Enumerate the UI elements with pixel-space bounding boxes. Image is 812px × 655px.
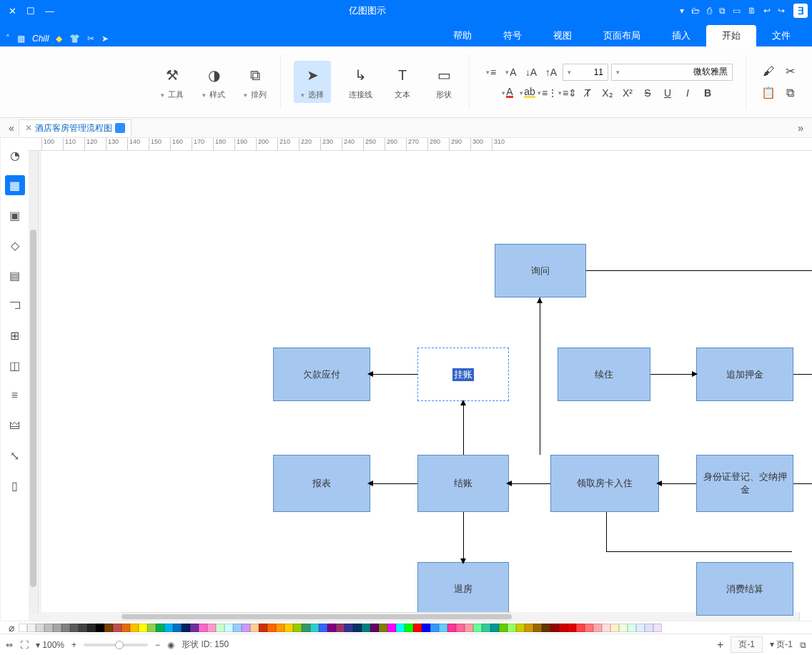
scrollbar-horizontal[interactable] bbox=[122, 612, 512, 621]
color-swatch[interactable] bbox=[447, 624, 456, 632]
color-swatch[interactable] bbox=[164, 624, 173, 632]
window-close[interactable]: ✕ bbox=[9, 6, 16, 16]
node-chargeback[interactable]: 追加押金 bbox=[696, 348, 793, 401]
strikethrough-button[interactable]: S bbox=[639, 85, 656, 101]
color-swatch[interactable] bbox=[645, 624, 653, 632]
node-account[interactable]: 结账 bbox=[417, 455, 509, 512]
color-swatch[interactable] bbox=[242, 624, 250, 632]
page-layout-toggle[interactable]: ⧉ bbox=[800, 640, 806, 650]
font-size-select[interactable]: 11▾ bbox=[563, 64, 608, 81]
page-tab[interactable]: 页-1 bbox=[731, 636, 763, 653]
panel-expand-left[interactable]: « bbox=[793, 122, 808, 134]
rail-chart-icon[interactable]: ⫍ bbox=[5, 295, 25, 315]
decrease-font-button[interactable]: A↓ bbox=[523, 64, 540, 80]
style-button[interactable]: ◑ 样式 ▾ bbox=[202, 63, 226, 101]
bullets-button[interactable]: ⋮≡▾ bbox=[539, 85, 556, 101]
color-swatch[interactable] bbox=[559, 624, 568, 632]
node-assign[interactable]: 领取房卡入住 bbox=[550, 455, 659, 512]
text-button[interactable]: T 文本 bbox=[390, 63, 415, 101]
rail-fill-icon[interactable]: ◔ bbox=[5, 145, 25, 165]
rail-page-icon[interactable]: ▤ bbox=[5, 265, 25, 285]
color-swatch[interactable] bbox=[319, 624, 327, 632]
color-swatch[interactable] bbox=[259, 624, 267, 632]
color-swatch[interactable] bbox=[27, 624, 36, 632]
menu-file[interactable]: 文件 bbox=[756, 25, 806, 46]
color-swatch[interactable] bbox=[147, 624, 156, 632]
color-swatch[interactable] bbox=[387, 624, 396, 632]
color-swatch[interactable] bbox=[610, 624, 619, 632]
rail-tree-icon[interactable]: 🜲 bbox=[5, 415, 25, 435]
color-swatch[interactable] bbox=[139, 624, 147, 632]
color-swatch[interactable] bbox=[233, 624, 242, 632]
color-swatch[interactable] bbox=[542, 624, 550, 632]
color-swatch[interactable] bbox=[413, 624, 422, 632]
color-swatch[interactable] bbox=[422, 624, 430, 632]
color-swatch[interactable] bbox=[156, 624, 164, 632]
color-swatch[interactable] bbox=[190, 624, 199, 632]
clear-format-button[interactable]: T̸ bbox=[579, 85, 596, 101]
color-swatch[interactable] bbox=[53, 624, 61, 632]
color-swatch[interactable] bbox=[173, 624, 182, 632]
add-page-button[interactable]: + bbox=[717, 639, 723, 651]
node-owe[interactable]: 欠款应付 bbox=[273, 348, 370, 401]
theme-icon[interactable]: 👕 bbox=[69, 34, 80, 44]
premium-icon[interactable]: ◆ bbox=[56, 34, 62, 44]
rail-grid-icon[interactable]: ◫ bbox=[5, 355, 25, 375]
zoom-slider[interactable] bbox=[84, 644, 148, 646]
color-swatch[interactable] bbox=[585, 624, 593, 632]
connector-button[interactable]: ↳ 连接线 bbox=[348, 63, 373, 101]
color-swatch[interactable] bbox=[653, 624, 662, 632]
color-swatch[interactable] bbox=[36, 624, 44, 632]
font-name-select[interactable]: 微软雅黑▾ bbox=[611, 64, 733, 81]
quick-undo[interactable]: ↪ bbox=[778, 6, 785, 16]
fill-bucket-icon[interactable]: ⌀ bbox=[4, 622, 19, 634]
vertical-align-button[interactable]: ⇕≡▾ bbox=[559, 85, 576, 101]
quick-save[interactable]: 🗎 bbox=[748, 6, 756, 16]
rail-present-icon[interactable]: ▯ bbox=[5, 476, 25, 496]
color-swatch[interactable] bbox=[207, 624, 216, 632]
color-swatch[interactable] bbox=[533, 624, 542, 632]
color-swatch[interactable] bbox=[362, 624, 370, 632]
color-swatch[interactable] bbox=[284, 624, 293, 632]
color-swatch[interactable] bbox=[104, 624, 113, 632]
color-swatch[interactable] bbox=[405, 624, 413, 632]
node-consume[interactable]: 消费结算 bbox=[696, 562, 793, 616]
color-swatch[interactable] bbox=[430, 624, 439, 632]
font-color-button[interactable]: A▾ bbox=[499, 85, 516, 101]
cut-button[interactable]: ✂ bbox=[781, 62, 799, 81]
window-maximize[interactable]: ☐ bbox=[26, 6, 35, 16]
node-checkout[interactable]: 退房 bbox=[417, 562, 509, 616]
zoom-in-button[interactable]: + bbox=[71, 640, 76, 650]
color-swatch[interactable] bbox=[550, 624, 559, 632]
rail-table-icon[interactable]: ⊞ bbox=[5, 325, 25, 345]
canvas-page[interactable]: 询问 追加押金 续住 挂账 欠款应付 身份证登记、交纳押金 领取房卡入住 结账 … bbox=[41, 151, 802, 612]
color-swatch[interactable] bbox=[568, 624, 576, 632]
document-tab[interactable]: 酒店客房管理流程图 ✕ bbox=[19, 119, 132, 137]
menu-insert[interactable]: 插入 bbox=[656, 25, 706, 46]
zoom-out-button[interactable]: − bbox=[155, 640, 160, 650]
node-query[interactable]: 询问 bbox=[495, 244, 586, 297]
color-swatch[interactable] bbox=[490, 624, 499, 632]
color-swatch[interactable] bbox=[379, 624, 387, 632]
pointer-tool-icon[interactable]: ➤ bbox=[102, 34, 109, 44]
color-swatch[interactable] bbox=[310, 624, 319, 632]
color-swatch[interactable] bbox=[619, 624, 628, 632]
color-swatch[interactable] bbox=[302, 624, 310, 632]
tools-button[interactable]: ⚒ 工具 ▾ bbox=[160, 63, 184, 101]
color-swatch[interactable] bbox=[79, 624, 87, 632]
rail-shapes-icon[interactable]: ▦ bbox=[5, 175, 25, 195]
subscript-button[interactable]: X₂ bbox=[599, 85, 616, 101]
color-swatch[interactable] bbox=[19, 624, 27, 632]
zoom-value[interactable]: 100% ▾ bbox=[36, 640, 64, 650]
color-swatch[interactable] bbox=[345, 624, 353, 632]
color-swatch[interactable] bbox=[276, 624, 284, 632]
underline-button[interactable]: U bbox=[659, 85, 676, 101]
panel-expand-right[interactable]: » bbox=[4, 122, 19, 134]
color-swatch[interactable] bbox=[250, 624, 259, 632]
color-swatch[interactable] bbox=[353, 624, 362, 632]
color-swatch[interactable] bbox=[593, 624, 602, 632]
rail-align-icon[interactable]: ≡ bbox=[5, 385, 25, 405]
color-swatch[interactable] bbox=[87, 624, 96, 632]
color-swatch[interactable] bbox=[576, 624, 585, 632]
document-tab-close[interactable]: ✕ bbox=[25, 123, 32, 133]
